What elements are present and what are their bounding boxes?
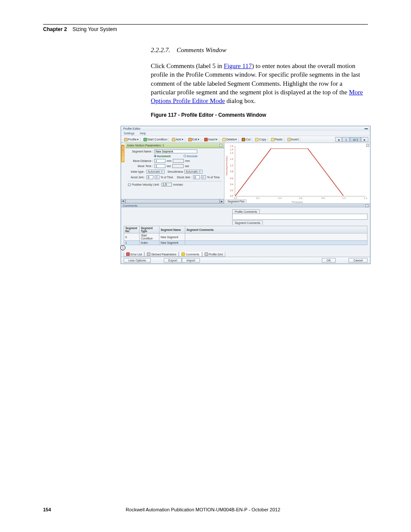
- profile-comments-section: Profile Comments: [232, 209, 367, 220]
- pager-of-label: of 1: [350, 137, 361, 142]
- xtick: 0.2: [256, 197, 259, 199]
- comments-header-label: Comments: [123, 204, 137, 207]
- profile-button[interactable]: Profile ▾: [123, 137, 140, 142]
- menu-settings[interactable]: Settings: [124, 132, 134, 135]
- table-header: Segment Type: [140, 226, 159, 233]
- segment-plot-panel: Velocity(mm/sec) 1.6 1.5 1.4 1.2 1.0 0.8…: [224, 143, 370, 203]
- unit-sec: sec: [167, 165, 171, 168]
- move-time-alt-input[interactable]: [172, 164, 184, 168]
- error-icon: [126, 252, 130, 256]
- cut-button[interactable]: Cut: [240, 137, 252, 142]
- page-number: 154: [43, 507, 51, 512]
- page-footer: 154 Rockwell Automation Publication MOTI…: [43, 507, 368, 512]
- paste-button[interactable]: Paste: [270, 137, 284, 142]
- index-type-label: Index type :: [128, 170, 145, 173]
- xtick: 0.8: [321, 197, 325, 199]
- segment-name-input[interactable]: [154, 149, 197, 153]
- pos-vel-limit-checkbox[interactable]: [128, 184, 131, 186]
- body-text-run: Click Comments (label 5 in: [151, 62, 224, 69]
- window-titlebar[interactable]: Profile Editor: [121, 126, 370, 131]
- minimize-icon[interactable]: [364, 128, 368, 129]
- scroll-right-button[interactable]: ►: [220, 199, 224, 203]
- delete-button[interactable]: Delete ▾: [221, 137, 239, 142]
- accel-jerk-input[interactable]: [146, 175, 153, 179]
- segment-comments-tab[interactable]: Segment Comments: [232, 221, 263, 225]
- increment-radio[interactable]: Increment: [154, 155, 171, 158]
- form-area: Segment Name : Increment Absolute Move D…: [125, 148, 224, 189]
- start-condition-button[interactable]: Start Condition: [142, 137, 169, 142]
- tab-comments[interactable]: Comments: [179, 252, 202, 257]
- tab-derived-parameters[interactable]: Derived Parameters: [144, 252, 179, 257]
- figure-link[interactable]: Figure 117: [224, 62, 252, 69]
- pin-icon[interactable]: [365, 204, 368, 207]
- horizontal-scrollbar[interactable]: [125, 199, 220, 203]
- ytick: 1.5: [230, 148, 234, 151]
- editor-footer: Less Options Export Import OK Cancel: [121, 257, 370, 264]
- less-options-button[interactable]: Less Options: [124, 258, 151, 263]
- comments-icon: [181, 252, 185, 256]
- chart-x-axis-label: Time(sec): [292, 201, 303, 203]
- publication-line: Rockwell Automation Publication MOTION-U…: [51, 507, 355, 512]
- bottom-tabs: Error List Derived Parameters Comments P…: [124, 252, 367, 257]
- unit-mm: mm: [167, 159, 171, 162]
- pager-current[interactable]: 1: [342, 137, 350, 142]
- accel-jerk-unit-dropdown[interactable]: [155, 175, 159, 179]
- invert-button[interactable]: Invert: [286, 137, 301, 142]
- profile-comments-input[interactable]: [232, 214, 367, 220]
- table-row[interactable]: 0 Start Condition New Segment: [124, 233, 367, 241]
- scroll-left-button[interactable]: ◄: [121, 199, 125, 203]
- ytick: 1.4: [230, 152, 234, 154]
- cancel-button[interactable]: Cancel: [349, 258, 367, 263]
- segment-list-tab[interactable]: Segment List: [121, 145, 125, 162]
- insert-button[interactable]: Insert ▾: [203, 137, 220, 142]
- xtick: 0.4: [278, 197, 282, 199]
- edit-icon: [188, 138, 192, 141]
- index-type-dropdown[interactable]: Automatic: [146, 170, 165, 174]
- segment-plot-tab[interactable]: Segment Plot: [225, 199, 246, 203]
- add-button[interactable]: Add ▾: [171, 137, 185, 142]
- profile-comments-tab[interactable]: Profile Comments: [232, 209, 260, 214]
- xtick: 1.0: [342, 197, 346, 199]
- menu-help[interactable]: Help: [140, 132, 146, 135]
- section-heading: 2.2.2.7. Comments Window: [151, 47, 368, 54]
- copy-button[interactable]: Copy: [254, 137, 268, 142]
- toolbar: Profile ▾ Start Condition Add ▾ Edit ▾ I…: [121, 136, 370, 143]
- pos-vel-limit-input[interactable]: [162, 183, 172, 187]
- profile-icon: [124, 138, 128, 141]
- callout-5: 5: [120, 245, 125, 250]
- xtick: 0.6: [299, 197, 302, 199]
- radio-selected-icon: [154, 155, 156, 157]
- pin-icon[interactable]: [366, 144, 369, 147]
- tab-error-list[interactable]: Error List: [124, 252, 144, 257]
- decel-jerk-unit-dropdown[interactable]: [201, 175, 206, 179]
- pager-next-button[interactable]: ►: [361, 137, 368, 142]
- chevron-down-icon: [202, 176, 205, 178]
- tab-profile-grid[interactable]: Profile Grid: [202, 252, 226, 257]
- pin-icon[interactable]: [219, 144, 222, 147]
- pager-prev-button[interactable]: ◄: [335, 137, 342, 142]
- imp-header-label: Index Motion Parameters: 1: [127, 144, 164, 147]
- table-row[interactable]: 1 Index New Segment: [124, 241, 367, 245]
- export-button[interactable]: Export: [164, 258, 182, 263]
- smoothness-dropdown[interactable]: Automatic: [184, 170, 202, 174]
- paste-icon: [271, 138, 274, 141]
- main-content: 2.2.2.7. Comments Window Click Comments …: [151, 47, 368, 121]
- edit-button[interactable]: Edit ▾: [187, 137, 201, 142]
- add-icon: [172, 138, 175, 141]
- editor-body: Segment List Index Motion Parameters: 1 …: [121, 143, 370, 203]
- move-distance-alt-input[interactable]: [173, 159, 184, 163]
- decel-jerk-input[interactable]: [193, 175, 200, 179]
- ytick: 0.4: [230, 183, 234, 186]
- chevron-down-icon: [161, 171, 163, 173]
- section-title: Comments Window: [177, 47, 226, 53]
- chart-y-axis-label: Velocity(mm/sec): [225, 156, 228, 176]
- move-time-input[interactable]: [154, 164, 165, 168]
- move-distance-input[interactable]: [154, 159, 165, 163]
- ok-button[interactable]: OK: [322, 258, 336, 263]
- absolute-radio[interactable]: Absolute: [184, 155, 198, 158]
- unit-mmsec: mm/sec: [173, 183, 183, 186]
- index-motion-parameters-header: Index Motion Parameters: 1: [125, 143, 224, 148]
- import-button[interactable]: Import: [182, 258, 200, 263]
- segment-comments-section: Segment Comments: [232, 221, 370, 225]
- ytick: 0.0: [230, 195, 234, 197]
